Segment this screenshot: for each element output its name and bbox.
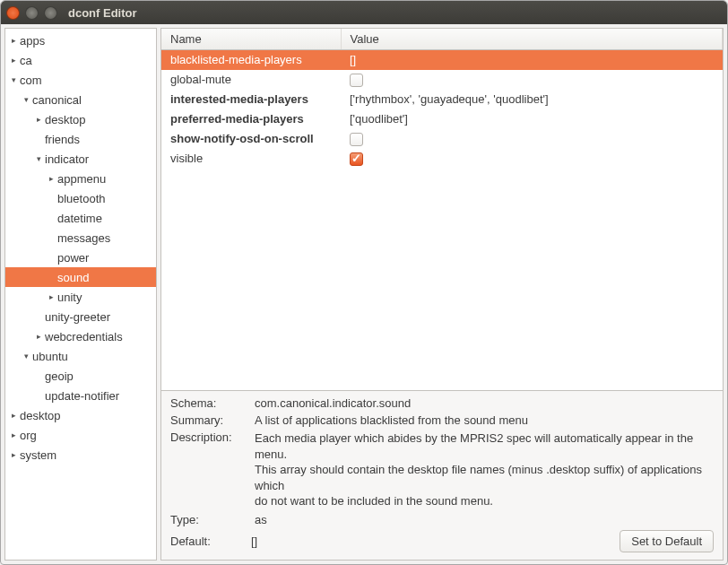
- tree-item-label: system: [18, 448, 56, 462]
- setting-value[interactable]: [341, 70, 723, 90]
- tree-item-label: apps: [18, 34, 45, 48]
- table-row[interactable]: visible: [161, 149, 723, 169]
- tree-item-label: appmenu: [56, 172, 106, 186]
- chevron-down-icon[interactable]: ▾: [34, 154, 43, 163]
- chevron-down-icon[interactable]: ▾: [22, 95, 30, 104]
- chevron-right-icon[interactable]: ▸: [47, 292, 56, 301]
- table-row[interactable]: global-mute: [161, 70, 723, 90]
- tree-item-label: ca: [18, 54, 32, 67]
- tree-item-label: bluetooth: [56, 192, 106, 205]
- tree-item-messages[interactable]: messages: [5, 228, 156, 248]
- table-row[interactable]: blacklisted-media-players[]: [161, 50, 723, 70]
- setting-value[interactable]: ['rhythmbox', 'guayadeque', 'quodlibet']: [341, 90, 723, 109]
- chevron-right-icon[interactable]: ▸: [47, 174, 56, 183]
- column-header-value[interactable]: Value: [341, 29, 723, 50]
- tree-item-webcredentials[interactable]: ▸webcredentials: [5, 326, 156, 346]
- tree-item-datetime[interactable]: datetime: [5, 208, 156, 228]
- tree-item-ca[interactable]: ▸ca: [5, 50, 156, 70]
- table-row[interactable]: show-notify-osd-on-scroll: [161, 129, 723, 149]
- default-label: Default:: [170, 535, 251, 548]
- description-label: Description:: [170, 430, 251, 509]
- tree-item-label: power: [56, 251, 89, 265]
- tree-item-sound[interactable]: sound: [5, 267, 156, 287]
- tree-item-appmenu[interactable]: ▸appmenu: [5, 169, 156, 188]
- column-header-name[interactable]: Name: [161, 29, 341, 50]
- setting-name: visible: [161, 149, 341, 169]
- setting-value[interactable]: [341, 129, 723, 149]
- checkbox[interactable]: [350, 74, 363, 87]
- titlebar: dconf Editor: [1, 1, 727, 24]
- schema-value: com.canonical.indicator.sound: [255, 396, 714, 410]
- minimize-icon[interactable]: [25, 6, 39, 20]
- tree-item-update-notifier[interactable]: update-notifier: [5, 386, 156, 405]
- tree-item-unity-greeter[interactable]: unity-greeter: [5, 307, 156, 326]
- chevron-right-icon[interactable]: ▸: [9, 450, 18, 459]
- table-row[interactable]: preferred-media-players['quodlibet']: [161, 109, 723, 129]
- summary-label: Summary:: [170, 413, 251, 427]
- tree-item-label: desktop: [18, 409, 61, 422]
- window: dconf Editor ▸apps▸ca▾com▾canonical▸desk…: [0, 0, 728, 565]
- table-row[interactable]: interested-media-players['rhythmbox', 'g…: [161, 90, 723, 109]
- tree-item-bluetooth[interactable]: bluetooth: [5, 188, 156, 208]
- tree-item-desktop[interactable]: ▸desktop: [5, 405, 156, 425]
- content-pane: ▸apps▸ca▾com▾canonical▸desktopfriends▾in…: [1, 24, 727, 564]
- tree-item-label: messages: [56, 231, 110, 245]
- tree-item-org[interactable]: ▸org: [5, 425, 156, 445]
- tree-item-system[interactable]: ▸system: [5, 445, 156, 465]
- tree-item-com[interactable]: ▾com: [5, 70, 156, 90]
- tree-item-geoip[interactable]: geoip: [5, 366, 156, 386]
- type-label: Type:: [170, 513, 251, 526]
- set-to-default-button[interactable]: Set to Default: [620, 530, 714, 552]
- chevron-down-icon[interactable]: ▾: [9, 75, 18, 84]
- default-value: []: [251, 535, 257, 548]
- settings-table-wrap: Name Value blacklisted-media-players[]gl…: [160, 28, 724, 391]
- chevron-down-icon[interactable]: ▾: [22, 352, 30, 361]
- chevron-right-icon[interactable]: ▸: [9, 56, 18, 65]
- tree-item-label: webcredentials: [43, 330, 123, 343]
- setting-name: blacklisted-media-players: [161, 50, 341, 70]
- setting-name: interested-media-players: [161, 90, 341, 109]
- tree-item-canonical[interactable]: ▾canonical: [5, 90, 156, 109]
- tree-item-label: desktop: [43, 113, 86, 126]
- setting-value[interactable]: ['quodlibet']: [341, 109, 723, 129]
- close-icon[interactable]: [6, 6, 20, 20]
- tree-item-label: geoip: [43, 369, 74, 383]
- chevron-right-icon[interactable]: ▸: [9, 411, 18, 420]
- type-value: as: [255, 513, 714, 526]
- tree-item-unity[interactable]: ▸unity: [5, 287, 156, 307]
- chevron-right-icon[interactable]: ▸: [34, 115, 43, 124]
- schema-label: Schema:: [170, 396, 251, 410]
- tree-item-apps[interactable]: ▸apps: [5, 30, 156, 50]
- tree-item-label: org: [18, 429, 37, 442]
- summary-value: A list of applications blacklisted from …: [255, 413, 714, 427]
- window-title: dconf Editor: [68, 6, 137, 20]
- tree-item-label: unity-greeter: [43, 310, 110, 324]
- main-pane: Name Value blacklisted-media-players[]gl…: [160, 28, 724, 561]
- tree-item-indicator[interactable]: ▾indicator: [5, 149, 156, 169]
- chevron-right-icon[interactable]: ▸: [9, 36, 18, 45]
- maximize-icon[interactable]: [44, 6, 57, 20]
- tree-item-label: ubuntu: [30, 350, 68, 363]
- tree-item-label: indicator: [43, 152, 89, 166]
- tree-item-label: friends: [43, 133, 80, 146]
- setting-name: global-mute: [161, 70, 341, 90]
- tree-item-power[interactable]: power: [5, 248, 156, 267]
- checkbox[interactable]: [350, 152, 363, 166]
- settings-table: Name Value blacklisted-media-players[]gl…: [161, 29, 723, 169]
- tree-item-desktop[interactable]: ▸desktop: [5, 109, 156, 129]
- chevron-right-icon[interactable]: ▸: [34, 332, 43, 341]
- setting-value[interactable]: [341, 149, 723, 169]
- tree-sidebar[interactable]: ▸apps▸ca▾com▾canonical▸desktopfriends▾in…: [4, 28, 157, 561]
- chevron-right-icon[interactable]: ▸: [9, 430, 18, 439]
- tree-item-label: canonical: [30, 93, 82, 107]
- tree-item-label: com: [18, 74, 42, 87]
- checkbox[interactable]: [350, 133, 363, 146]
- setting-value[interactable]: []: [341, 50, 723, 70]
- setting-name: preferred-media-players: [161, 109, 341, 129]
- tree-item-ubuntu[interactable]: ▾ubuntu: [5, 346, 156, 366]
- description-value: Each media player which abides by the MP…: [255, 430, 714, 509]
- tree-item-label: datetime: [56, 212, 102, 225]
- tree-item-label: unity: [56, 291, 82, 304]
- tree-item-friends[interactable]: friends: [5, 129, 156, 149]
- tree-item-label: sound: [56, 271, 89, 284]
